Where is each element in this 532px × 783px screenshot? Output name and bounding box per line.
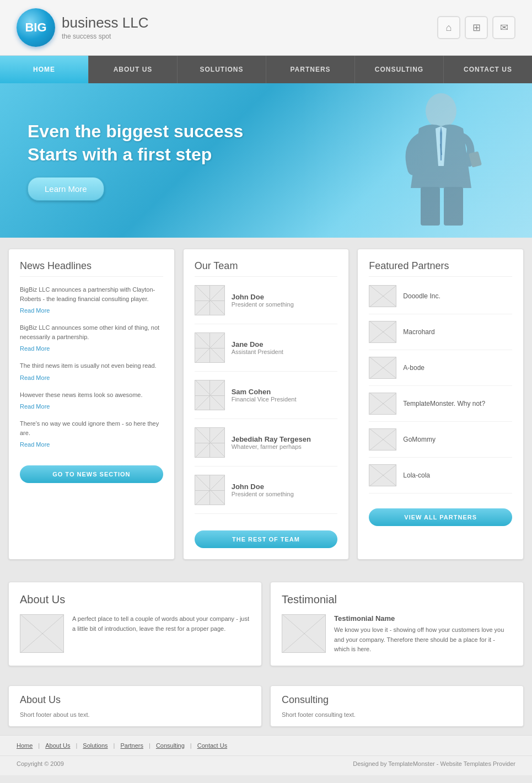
news-text: BigBiz LLC announces some other kind of …: [20, 323, 163, 341]
testimonial-content: Testimonial Name We know you love it - s…: [282, 614, 512, 655]
view-all-partners-button[interactable]: VIEW ALL PARTNERS: [369, 508, 512, 526]
placeholder-image: [369, 321, 396, 343]
partner-item: A-bode: [369, 357, 512, 386]
footer-nav-about[interactable]: About Us: [45, 742, 70, 749]
about-image: [20, 614, 64, 653]
partner-name: Lola-cola: [403, 471, 430, 479]
about-title: About Us: [20, 593, 250, 606]
member-info: Sam Cohen Financial Vice President: [232, 388, 297, 403]
partner-item: Macrohard: [369, 321, 512, 350]
team-photo: [195, 380, 225, 410]
team-member: Sam Cohen Financial Vice President: [195, 380, 338, 419]
copyright-text: Copyright © 2009: [17, 760, 64, 767]
partners-card: Featured Partners Dooodle Inc. Macrohard…: [357, 249, 524, 560]
member-name: Jebediah Ray Tergesen: [232, 435, 311, 443]
member-title: Financial Vice President: [232, 396, 297, 403]
hero-banner: Even the biggest success Starts with a f…: [0, 83, 532, 238]
separator: |: [190, 742, 192, 749]
partner-logo: [369, 393, 396, 415]
hero-image: [300, 83, 532, 238]
nav-home[interactable]: HOME: [0, 56, 89, 83]
news-item: The third news item is usually not even …: [20, 361, 163, 382]
testimonial-name: Testimonial Name: [334, 614, 512, 623]
rest-of-team-button[interactable]: THE REST OF TEAM: [195, 530, 338, 548]
separator: |: [149, 742, 151, 749]
team-card: Our Team John Doe President or something…: [183, 249, 350, 560]
partner-logo: [369, 285, 396, 307]
team-title: Our Team: [195, 260, 338, 277]
logo-icon[interactable]: BIG: [17, 8, 55, 47]
hero-text: Even the biggest success Starts with a f…: [28, 120, 243, 201]
read-more-link[interactable]: Read More: [20, 403, 50, 410]
placeholder-image: [195, 475, 224, 505]
footer-about-card: About Us Short footer about us text.: [8, 685, 262, 727]
partner-item: Dooodle Inc.: [369, 285, 512, 314]
news-item: BigBiz LLC announces some other kind of …: [20, 323, 163, 353]
placeholder-image: [369, 464, 396, 486]
nav-solutions[interactable]: SOLUTIONS: [178, 56, 266, 83]
footer-consulting-card: Consulting Short footer consulting text.: [270, 685, 524, 727]
svg-rect-3: [444, 187, 463, 226]
team-photo: [195, 332, 225, 363]
about-card: About Us A perfect place to tell a coupl…: [8, 582, 262, 666]
read-more-link[interactable]: Read More: [20, 345, 50, 352]
member-info: John Doe President or something: [232, 482, 294, 497]
testimonial-text: We know you love it - showing off how yo…: [334, 625, 512, 655]
nav-contact-us[interactable]: CONTACT US: [444, 56, 532, 83]
footer-consulting-text: Short footer consulting text.: [282, 711, 512, 718]
nav-consulting[interactable]: CONSULTING: [355, 56, 444, 83]
footer-nav-home[interactable]: Home: [17, 742, 33, 749]
main-nav: HOME ABOUT US SOLUTIONS PARTNERS CONSULT…: [0, 56, 532, 83]
about-content: A perfect place to tell a couple of word…: [20, 614, 250, 653]
placeholder-image: [282, 614, 325, 653]
header-icons: ⌂ ⊞ ✉: [437, 16, 515, 39]
footer-nav: Home | About Us | Solutions | Partners |…: [0, 735, 532, 755]
team-photo: [195, 427, 225, 458]
news-text: The third news item is usually not even …: [20, 361, 163, 371]
news-text: BigBiz LLC announces a partnership with …: [20, 285, 163, 303]
svg-point-0: [426, 93, 456, 128]
member-title: President or something: [232, 491, 294, 497]
footer-nav-consulting[interactable]: Consulting: [156, 742, 185, 749]
footer-nav-contact[interactable]: Contact Us: [197, 742, 227, 749]
member-title: Whatever, farmer perhaps: [232, 443, 311, 450]
home-icon-button[interactable]: ⌂: [437, 16, 460, 39]
grid-icon-button[interactable]: ⊞: [465, 16, 488, 39]
mail-icon-button[interactable]: ✉: [492, 16, 515, 39]
testimonial-card: Testimonial Testimonial Name We know you…: [270, 582, 524, 666]
news-item: However these news items look so awesome…: [20, 390, 163, 411]
member-info: Jebediah Ray Tergesen Whatever, farmer p…: [232, 435, 311, 450]
news-item: There's no way we could ignore them - so…: [20, 419, 163, 449]
read-more-link[interactable]: Read More: [20, 307, 50, 314]
learn-more-button[interactable]: Learn More: [28, 177, 104, 201]
separator: |: [38, 742, 40, 749]
nav-about-us[interactable]: ABOUT US: [89, 56, 178, 83]
member-info: Jane Doe Assistant President: [232, 340, 283, 355]
read-more-link[interactable]: Read More: [20, 441, 50, 448]
news-item: BigBiz LLC announces a partnership with …: [20, 285, 163, 315]
placeholder-image: [195, 380, 224, 410]
about-text: A perfect place to tell a couple of word…: [72, 614, 250, 634]
member-title: President or something: [232, 301, 294, 308]
hero-illustration: [334, 89, 499, 232]
company-name: business LLC: [62, 14, 149, 33]
header: BIG business LLC the success spot ⌂ ⊞ ✉: [0, 0, 532, 56]
three-column-section: News Headlines BigBiz LLC announces a pa…: [0, 238, 532, 571]
placeholder-image: [369, 285, 396, 307]
footer-nav-solutions[interactable]: Solutions: [83, 742, 108, 749]
member-name: John Doe: [232, 482, 294, 491]
placeholder-image: [369, 428, 396, 451]
read-more-link[interactable]: Read More: [20, 374, 50, 381]
partner-name: TemplateMonster. Why not?: [403, 400, 485, 407]
nav-partners[interactable]: PARTNERS: [266, 56, 355, 83]
footer: Copyright © 2009 Designed by TemplateMon…: [0, 755, 532, 775]
partner-name: A-bode: [403, 364, 424, 372]
placeholder-image: [20, 614, 63, 653]
placeholder-image: [195, 427, 224, 458]
footer-nav-partners[interactable]: Partners: [120, 742, 143, 749]
news-text: There's no way we could ignore them - so…: [20, 419, 163, 437]
member-name: Sam Cohen: [232, 388, 297, 396]
team-photo: [195, 285, 225, 315]
go-to-news-button[interactable]: GO TO NEWS SECTION: [20, 465, 163, 483]
partner-item: TemplateMonster. Why not?: [369, 393, 512, 422]
